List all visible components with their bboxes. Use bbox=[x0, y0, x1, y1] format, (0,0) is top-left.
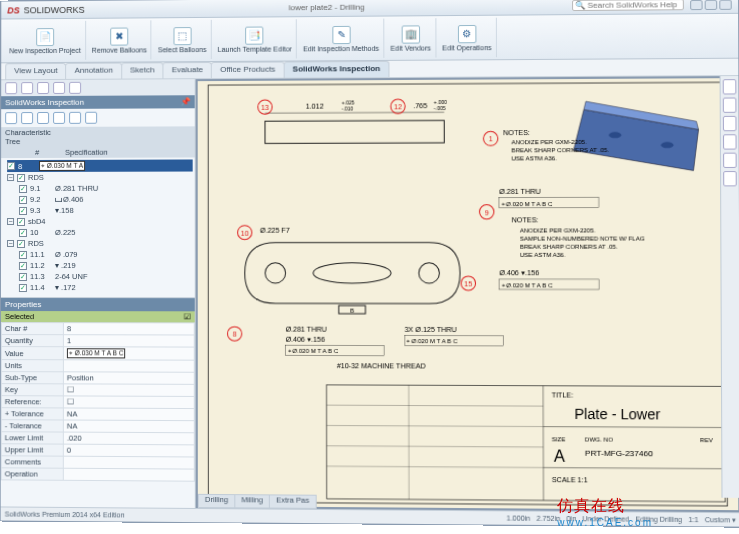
collapse-icon[interactable]: − bbox=[7, 174, 14, 181]
svg-text:B: B bbox=[350, 308, 354, 314]
minimize-button[interactable] bbox=[690, 0, 703, 10]
tree-node-9-3[interactable]: ✓9.3▾.158 bbox=[19, 205, 193, 216]
checkbox-icon[interactable]: ✓ bbox=[19, 250, 27, 258]
collapse-icon[interactable]: − bbox=[7, 218, 14, 225]
close-button[interactable] bbox=[719, 0, 732, 9]
document-tabs: Drilling Milling Extra Pas bbox=[198, 494, 316, 509]
tree-node-9-1[interactable]: ✓9.1Ø.281 THRU bbox=[19, 183, 193, 194]
status-units[interactable]: Custom ▾ bbox=[705, 516, 736, 524]
checkbox-icon[interactable]: ✓ bbox=[17, 217, 25, 225]
rt-icon-5[interactable] bbox=[723, 153, 737, 168]
svg-text:-.005: -.005 bbox=[434, 105, 446, 111]
tree-node-10[interactable]: ✓10Ø.225 bbox=[19, 227, 193, 238]
svg-text:SAMPLE NON-NUMBERED NOTE W/ FL: SAMPLE NON-NUMBERED NOTE W/ FLAG bbox=[520, 235, 645, 241]
svg-text:Ø.281 THRU: Ø.281 THRU bbox=[499, 187, 541, 194]
collapse-icon[interactable]: − bbox=[7, 240, 14, 247]
svg-text:1: 1 bbox=[489, 135, 493, 142]
checkbox-icon[interactable]: ✓ bbox=[19, 273, 27, 281]
tree-group-rds2[interactable]: −✓RDS bbox=[7, 238, 193, 249]
doc-tab-milling[interactable]: Milling bbox=[234, 494, 270, 508]
help-search-input[interactable] bbox=[587, 0, 680, 10]
tree-node-8[interactable]: ✓8⌖ Ø.030 M T A bbox=[7, 159, 193, 172]
ribbon-template-editor[interactable]: 📑Launch Template Editor bbox=[214, 19, 297, 59]
footer-edition: SolidWorks Premium 2014 x64 Edition bbox=[5, 510, 125, 518]
rt-icon-6[interactable] bbox=[723, 171, 737, 186]
tab-view-layout[interactable]: View Layout bbox=[5, 63, 66, 79]
svg-text:REV: REV bbox=[700, 437, 713, 443]
tab-solidworks-inspection[interactable]: SolidWorks Inspection bbox=[284, 61, 390, 78]
svg-point-16 bbox=[609, 132, 622, 138]
tree-node-11-3[interactable]: ✓11.32-64 UNF bbox=[19, 271, 193, 282]
tool-icon-2[interactable] bbox=[21, 112, 33, 124]
svg-text:NOTES:: NOTES: bbox=[503, 129, 530, 136]
status-scale: 1:1 bbox=[688, 516, 698, 523]
ribbon-select-balloons[interactable]: ⬚Select Balloons bbox=[154, 20, 212, 59]
status-x: 1.000in bbox=[507, 514, 531, 521]
fm-tab-2[interactable] bbox=[21, 82, 33, 94]
checkbox-icon[interactable]: ✓ bbox=[19, 184, 27, 192]
edit-icon: ✎ bbox=[332, 25, 350, 43]
ribbon-new-project[interactable]: 📄New Inspection Project bbox=[5, 21, 86, 60]
tool-icon-1[interactable] bbox=[5, 112, 17, 124]
tool-icon-5[interactable] bbox=[69, 112, 81, 124]
tab-evaluate[interactable]: Evaluate bbox=[163, 62, 213, 78]
rt-icon-1[interactable] bbox=[723, 79, 737, 94]
ribbon-vendors[interactable]: 🏢Edit Vendors bbox=[386, 18, 436, 58]
svg-text:⌖ Ø.020 M T A B C: ⌖ Ø.020 M T A B C bbox=[288, 348, 339, 354]
svg-text:A: A bbox=[554, 446, 565, 464]
maximize-button[interactable] bbox=[705, 0, 718, 10]
tree-node-11-2[interactable]: ✓11.2▾ .219 bbox=[19, 260, 193, 271]
tab-annotation[interactable]: Annotation bbox=[66, 63, 122, 79]
fm-tab-1[interactable] bbox=[5, 82, 17, 94]
document-title: lower plate2 - Drilling bbox=[85, 1, 572, 14]
checkbox-icon[interactable]: ✓ bbox=[19, 206, 27, 214]
characteristic-tree-header: Characteristic Tree bbox=[1, 126, 195, 147]
svg-text:⌖ Ø.020 M T A B C: ⌖ Ø.020 M T A B C bbox=[501, 282, 553, 288]
rt-icon-2[interactable] bbox=[723, 97, 737, 112]
svg-line-60 bbox=[543, 468, 725, 469]
checkbox-icon[interactable]: ✓ bbox=[19, 284, 27, 292]
help-search[interactable]: 🔍 bbox=[572, 0, 684, 11]
tree-group-rds1[interactable]: −✓RDS bbox=[7, 172, 193, 184]
characteristic-tree[interactable]: ✓8⌖ Ø.030 M T A −✓RDS ✓9.1Ø.281 THRU ✓9.… bbox=[1, 157, 195, 297]
checkbox-icon[interactable]: ☑ bbox=[184, 312, 191, 321]
tab-office-products[interactable]: Office Products bbox=[211, 62, 284, 79]
checkbox-icon[interactable]: ✓ bbox=[17, 239, 25, 247]
doc-tab-drilling[interactable]: Drilling bbox=[198, 494, 235, 508]
checkbox-icon[interactable]: ✓ bbox=[19, 195, 27, 203]
svg-text:BREAK SHARP CORNERS AT .05.: BREAK SHARP CORNERS AT .05. bbox=[520, 243, 618, 249]
ribbon-remove-balloons[interactable]: ✖Remove Balloons bbox=[88, 20, 152, 59]
right-toolbar bbox=[720, 76, 739, 498]
svg-text:3X Ø.125 THRU: 3X Ø.125 THRU bbox=[405, 326, 457, 333]
tab-sketch[interactable]: Sketch bbox=[121, 62, 164, 78]
fm-tab-3[interactable] bbox=[37, 82, 49, 94]
ribbon-inspection-methods[interactable]: ✎Edit Inspection Methods bbox=[299, 19, 384, 59]
svg-text:SIZE: SIZE bbox=[552, 436, 566, 442]
svg-rect-57 bbox=[327, 385, 726, 502]
tool-icon-6[interactable] bbox=[85, 112, 97, 124]
svg-line-69 bbox=[327, 405, 544, 406]
tree-node-9-2[interactable]: ✓9.2⌴Ø.406 bbox=[19, 194, 193, 205]
checkbox-icon[interactable]: ✓ bbox=[7, 162, 15, 170]
drawing-area[interactable]: 13 12 1.012 +.025 -.010 .765 +.000 -.005… bbox=[196, 76, 739, 512]
checkbox-icon[interactable]: ✓ bbox=[19, 228, 27, 236]
tree-node-11-1[interactable]: ✓11.1Ø .079 bbox=[19, 249, 193, 260]
svg-text:PRT-MFG-237460: PRT-MFG-237460 bbox=[585, 448, 654, 458]
checkbox-icon[interactable]: ✓ bbox=[19, 262, 27, 270]
panel-pin-icon[interactable]: 📌 bbox=[181, 97, 191, 106]
rt-icon-3[interactable] bbox=[723, 116, 737, 131]
tree-node-11-4[interactable]: ✓11.4▾ .172 bbox=[19, 282, 193, 293]
fm-tab-4[interactable] bbox=[53, 82, 65, 94]
prop-char: Char #8 bbox=[1, 323, 194, 335]
rt-icon-4[interactable] bbox=[723, 134, 737, 149]
svg-point-24 bbox=[265, 263, 285, 283]
svg-text:Plate - Lower: Plate - Lower bbox=[574, 405, 660, 422]
fm-tab-5[interactable] bbox=[69, 82, 81, 94]
tree-group-sbd4[interactable]: −✓sbD4 bbox=[7, 216, 193, 227]
doc-tab-extra[interactable]: Extra Pas bbox=[269, 494, 316, 509]
checkbox-icon[interactable]: ✓ bbox=[17, 174, 25, 182]
tool-icon-4[interactable] bbox=[53, 112, 65, 124]
ribbon-operations[interactable]: ⚙Edit Operations bbox=[438, 18, 497, 58]
properties-table: Char #8 Quantity1 Value⌖ Ø.030 M T A B C… bbox=[1, 322, 195, 482]
tool-icon-3[interactable] bbox=[37, 112, 49, 124]
